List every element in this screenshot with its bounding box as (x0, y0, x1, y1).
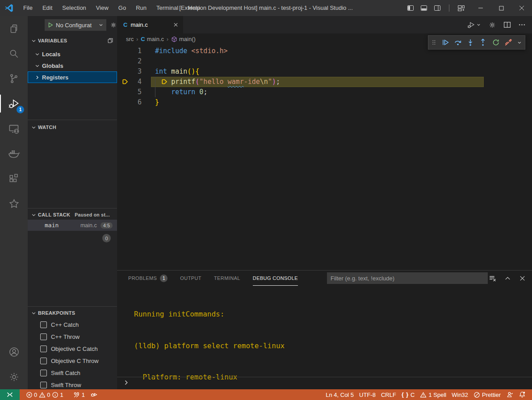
tab-terminal[interactable]: TERMINAL (214, 271, 240, 286)
menu-run[interactable]: Run (131, 0, 151, 16)
activity-bar-spacer (0, 216, 28, 339)
restart-icon[interactable] (492, 38, 500, 47)
debug-toolbar (428, 35, 525, 50)
close-button[interactable] (511, 0, 532, 16)
debug-status[interactable] (88, 389, 100, 400)
tools-status[interactable]: 1 (71, 389, 88, 400)
breakpoint-checkbox[interactable] (40, 370, 47, 376)
feedback-button[interactable] (503, 389, 516, 400)
menu-terminal[interactable]: Terminal (151, 0, 183, 16)
menu-view[interactable]: View (91, 0, 113, 16)
breadcrumb-symbol[interactable]: main() (171, 36, 196, 42)
watch-section-header[interactable]: WATCH (28, 122, 117, 132)
code-token: ; (276, 78, 280, 86)
variables-scope-locals[interactable]: Locals (28, 48, 117, 60)
account-button[interactable] (0, 339, 28, 364)
console-line: Running initCommands: (134, 309, 528, 320)
breakpoint-row[interactable]: Swift Catch (28, 367, 117, 379)
tab-output[interactable]: OUTPUT (180, 271, 201, 286)
debug-view-toolbar: No Configurat (28, 16, 117, 34)
notifications-button[interactable] (516, 389, 528, 400)
step-out-icon[interactable] (479, 38, 487, 47)
close-panel-icon[interactable] (519, 275, 526, 282)
toggle-sidebar-icon[interactable] (407, 4, 414, 12)
variables-scope-globals[interactable]: Globals (28, 60, 117, 71)
scope-label: Locals (42, 51, 60, 58)
sidebar-item-favorites[interactable] (0, 191, 28, 216)
encoding-selector[interactable]: UTF-8 (356, 389, 378, 400)
customize-layout-icon[interactable] (457, 4, 465, 12)
variables-section-header[interactable]: VARIABLES (28, 36, 117, 46)
debug-configuration-dropdown[interactable]: No Configurat (45, 19, 106, 31)
breakpoint-row[interactable]: Objective C Throw (28, 355, 117, 367)
breakpoint-row[interactable]: C++ Throw (28, 331, 117, 343)
remote-indicator[interactable] (0, 389, 20, 400)
disconnect-icon[interactable] (504, 38, 512, 47)
toolbar-drag-handle[interactable] (431, 39, 437, 46)
menu-edit[interactable]: Edit (38, 0, 57, 16)
scope-label: Registers (42, 74, 68, 81)
spell-checker-status[interactable]: 1 Spell (417, 389, 449, 400)
eol-selector[interactable]: CRLF (378, 389, 399, 400)
code-editor[interactable]: 1 #include <stdio.h> 2 3 int main(){ (117, 45, 532, 270)
breakpoint-row[interactable]: Objective C Catch (28, 343, 117, 355)
step-over-icon[interactable] (454, 38, 462, 47)
sidebar-item-run-and-debug[interactable]: 1 (0, 91, 28, 116)
platform-status[interactable]: Win32 (449, 389, 471, 400)
breakpoint-checkbox[interactable] (40, 382, 47, 388)
menu-go[interactable]: Go (113, 0, 131, 16)
code-token: return (171, 88, 195, 96)
sidebar-item-explorer[interactable] (0, 16, 28, 41)
breakpoint-checkbox[interactable] (40, 346, 47, 352)
step-into-icon[interactable] (466, 38, 474, 47)
toggle-secondary-sidebar-icon[interactable] (434, 4, 441, 12)
continue-icon[interactable] (441, 38, 449, 47)
sidebar-item-extensions[interactable] (0, 166, 28, 191)
open-launch-json-button[interactable] (110, 21, 117, 29)
sidebar-item-remote-explorer[interactable] (0, 116, 28, 141)
menu-selection[interactable]: Selection (57, 0, 91, 16)
minimize-button[interactable] (470, 0, 491, 16)
debug-console-input[interactable] (117, 377, 532, 388)
maximize-button[interactable] (491, 0, 511, 16)
tab-debug-console[interactable]: DEBUG CONSOLE (253, 271, 298, 286)
problems-status[interactable]: 0 0 1 (23, 389, 66, 400)
chevron-down-icon[interactable] (517, 40, 522, 46)
sidebar-item-docker[interactable] (0, 141, 28, 166)
tab-main-c[interactable]: C main.c (117, 16, 183, 33)
call-stack-section-header[interactable]: CALL STACK Paused on st... (28, 210, 117, 220)
copy-icon[interactable] (107, 38, 113, 44)
code-token: -ide (244, 78, 260, 86)
settings-button[interactable] (0, 364, 28, 389)
sidebar-item-search[interactable] (0, 41, 28, 66)
console-prompt-icon (123, 379, 130, 386)
breakpoint-checkbox[interactable] (40, 333, 47, 340)
formatter-status[interactable]: Prettier (471, 389, 503, 400)
debug-configuration-label: No Configurat (56, 22, 96, 29)
cursor-position[interactable]: Ln 4, Col 5 (323, 389, 356, 400)
error-icon (26, 392, 33, 398)
call-stack-frame-row[interactable]: main main.c 4:5 (28, 220, 117, 231)
breadcrumb-folder[interactable]: src (126, 36, 134, 42)
console-filter-input[interactable] (327, 272, 488, 284)
more-actions-icon[interactable] (518, 21, 526, 29)
breakpoints-section-header[interactable]: BREAKPOINTS (28, 308, 117, 318)
breakpoint-checkbox[interactable] (40, 321, 47, 328)
sidebar-item-source-control[interactable] (0, 66, 28, 91)
tab-problems[interactable]: PROBLEMS 1 (128, 271, 168, 286)
breakpoint-checkbox[interactable] (40, 358, 47, 364)
clear-console-icon[interactable] (489, 275, 496, 282)
breadcrumb-file[interactable]: C main.c (141, 36, 164, 42)
split-editor-icon[interactable] (503, 21, 511, 29)
toggle-panel-icon[interactable] (420, 4, 427, 12)
settings-gear-icon[interactable] (488, 21, 496, 29)
maximize-panel-icon[interactable] (504, 275, 511, 282)
breakpoint-row[interactable]: C++ Catch (28, 319, 117, 331)
language-mode-selector[interactable]: { } C (399, 389, 418, 400)
editor-tab-bar: C main.c (117, 16, 532, 33)
variables-scope-registers[interactable]: Registers (28, 71, 117, 83)
menu-file[interactable]: File (18, 0, 38, 16)
watch-title: WATCH (38, 125, 56, 130)
close-tab-icon[interactable] (173, 22, 179, 28)
run-or-debug-button[interactable] (467, 21, 481, 29)
